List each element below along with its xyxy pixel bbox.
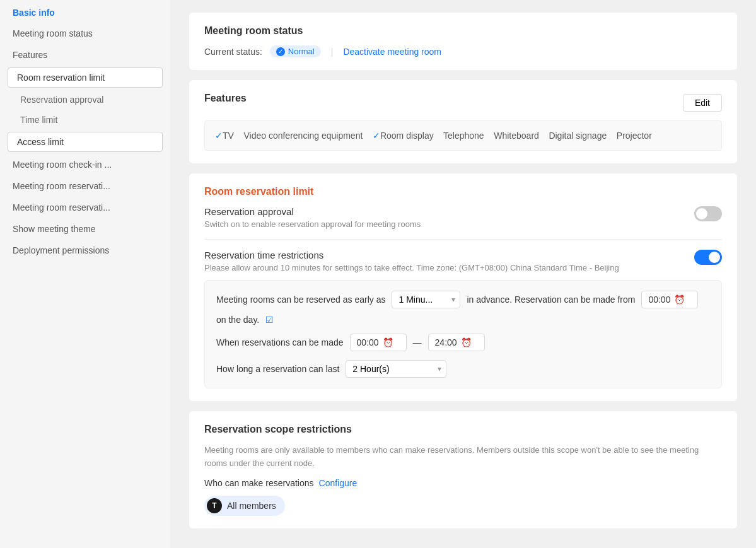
section-title-meeting-room-status: Meeting room status — [204, 25, 722, 37]
end-time-input[interactable]: 24:00 ⏰ — [428, 334, 485, 351]
start-time-value: 00:00 — [357, 337, 379, 347]
duration-select-wrapper: 2 Hour(s) 1 Hour(s) 30 Minutes No limit — [346, 360, 446, 378]
sidebar-item-meeting-room-reservati2[interactable]: Meeting room reservati... — [0, 197, 170, 218]
feature-whiteboard: Whiteboard — [494, 131, 539, 141]
room-reservation-limit-title: Room reservation limit — [204, 186, 722, 197]
feature-telephone: Telephone — [443, 131, 484, 141]
feature-digital-signage: Digital signage — [549, 131, 607, 141]
status-divider: | — [331, 47, 334, 57]
from-time-value: 00:00 — [648, 294, 670, 305]
time-restrictions-toggle[interactable] — [694, 250, 722, 265]
feature-tv: ✓TV — [215, 131, 234, 141]
clock-icon-3: ⏰ — [461, 337, 472, 347]
status-value: Normal — [288, 47, 315, 56]
on-the-day-label: on the day. — [216, 315, 259, 325]
clock-icon-1: ⏰ — [674, 294, 685, 305]
scope-restrictions-section: Reservation scope restrictions Meeting r… — [189, 411, 737, 528]
features-header: Features Edit — [204, 93, 722, 113]
sidebar-item-meeting-room-status[interactable]: Meeting room status — [0, 23, 170, 44]
reservation-approval-row: Reservation approval Switch on to enable… — [204, 206, 722, 229]
start-time-input[interactable]: 00:00 ⏰ — [350, 334, 407, 351]
deactivate-button[interactable]: Deactivate meeting room — [343, 47, 441, 57]
early-as-select-wrapper: 1 Minu... 5 Minutes 10 Minutes 30 Minute… — [392, 291, 460, 308]
status-dot: ✓ — [276, 47, 285, 56]
sidebar-item-show-meeting-theme[interactable]: Show meeting theme — [0, 218, 170, 240]
feature-video-conf: Video conferencing equipment — [243, 131, 363, 141]
when-reservations-row: When reservations can be made 00:00 ⏰ — … — [216, 334, 710, 351]
member-avatar: T — [207, 498, 222, 513]
reservation-approval-desc: Switch on to enable reservation approval… — [204, 219, 421, 229]
status-row: Current status: ✓ Normal | Deactivate me… — [204, 45, 722, 57]
time-restrictions-box: Meeting rooms can be reserved as early a… — [204, 280, 722, 388]
from-time-input[interactable]: 00:00 ⏰ — [641, 291, 698, 308]
who-can-reserve-row: Who can make reservations Configure — [204, 478, 722, 488]
edit-features-button[interactable]: Edit — [683, 94, 722, 112]
time-restrictions-desc: Please allow around 10 minutes for setti… — [204, 263, 619, 272]
member-tag: T All members — [204, 496, 285, 516]
sidebar-item-room-reservation-limit[interactable]: Room reservation limit — [8, 67, 163, 88]
room-reservation-limit-section: Room reservation limit Reservation appro… — [189, 173, 737, 401]
duration-row: How long a reservation can last 2 Hour(s… — [216, 360, 710, 378]
reservation-approval-toggle[interactable] — [694, 206, 722, 221]
sidebar-item-basic-info[interactable]: Basic info — [0, 0, 170, 23]
who-label: Who can make reservations — [204, 478, 314, 488]
main-content: Meeting room status Current status: ✓ No… — [170, 0, 756, 548]
features-list: ✓TV Video conferencing equipment ✓Room d… — [204, 120, 722, 151]
scope-restrictions-title: Reservation scope restrictions — [204, 424, 722, 435]
features-title: Features — [204, 93, 247, 104]
time-restrictions-info: Reservation time restrictions Please all… — [204, 250, 619, 272]
sidebar-item-features[interactable]: Features — [0, 44, 170, 66]
early-as-row: Meeting rooms can be reserved as early a… — [216, 291, 710, 325]
sidebar-item-meeting-room-checkin[interactable]: Meeting room check-in ... — [0, 154, 170, 175]
duration-label: How long a reservation can last — [216, 364, 339, 374]
sidebar-item-reservation-approval[interactable]: Reservation approval — [0, 90, 170, 110]
time-restrictions-title: Reservation time restrictions — [204, 250, 619, 260]
member-tag-wrapper: T All members — [204, 496, 722, 516]
current-status-label: Current status: — [204, 47, 262, 57]
reservation-approval-info: Reservation approval Switch on to enable… — [204, 206, 421, 229]
time-restrictions-row: Reservation time restrictions Please all… — [204, 250, 722, 272]
early-as-label: Meeting rooms can be reserved as early a… — [216, 294, 385, 305]
member-name: All members — [227, 501, 276, 511]
sidebar-item-access-limit[interactable]: Access limit — [8, 132, 163, 152]
checkbox-icon[interactable]: ☑ — [265, 315, 274, 325]
end-time-value: 24:00 — [435, 337, 457, 347]
meeting-room-status-section: Meeting room status Current status: ✓ No… — [189, 13, 737, 70]
status-badge: ✓ Normal — [270, 45, 321, 57]
sidebar: Basic info Meeting room status Features … — [0, 0, 170, 548]
sidebar-item-meeting-room-reservati1[interactable]: Meeting room reservati... — [0, 175, 170, 197]
when-label: When reservations can be made — [216, 337, 344, 347]
early-as-select[interactable]: 1 Minu... 5 Minutes 10 Minutes 30 Minute… — [392, 291, 460, 308]
duration-select[interactable]: 2 Hour(s) 1 Hour(s) 30 Minutes No limit — [346, 360, 446, 378]
sidebar-item-time-limit[interactable]: Time limit — [0, 110, 170, 130]
in-advance-label: in advance. Reservation can be made from — [467, 294, 635, 305]
feature-room-display: ✓Room display — [373, 131, 434, 141]
sidebar-item-deployment-permissions[interactable]: Deployment permissions — [0, 240, 170, 261]
scope-restrictions-desc: Meeting rooms are only available to memb… — [204, 444, 722, 470]
reservation-approval-title: Reservation approval — [204, 206, 421, 217]
feature-projector: Projector — [617, 131, 652, 141]
time-range-dash: — — [413, 337, 422, 347]
clock-icon-2: ⏰ — [383, 337, 393, 347]
configure-link[interactable]: Configure — [319, 478, 358, 488]
features-section: Features Edit ✓TV Video conferencing equ… — [189, 80, 737, 163]
